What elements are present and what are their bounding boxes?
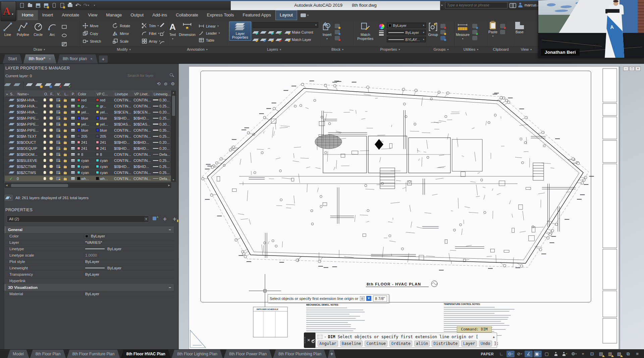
layout-tab-8th-floor-plan[interactable]: 8th Floor Plan: [30, 350, 66, 358]
layer-vp-freeze-icon[interactable]: [56, 159, 60, 162]
ribbon-tab-express-tools[interactable]: Express Tools: [203, 10, 238, 20]
command-option[interactable]: Continue: [365, 341, 387, 347]
property-row[interactable]: Hyperlink: [5, 278, 174, 284]
layer-linetype[interactable]: CONTIN...: [113, 98, 133, 102]
layer-search-input[interactable]: [127, 73, 168, 79]
command-recent-icon[interactable]: [318, 335, 322, 339]
polyline-tool[interactable]: Polyline: [17, 22, 29, 37]
base-view-tool[interactable]: Base: [515, 22, 524, 34]
layer-on-bulb-icon[interactable]: [44, 159, 46, 162]
layer-lineweight[interactable]: 0.25...: [152, 165, 171, 169]
layer-vp-color-swatch[interactable]: [96, 129, 99, 132]
customize-qat-button[interactable]: ▾: [91, 2, 97, 8]
group-tool[interactable]: Group: [428, 22, 438, 37]
layer-vp-color-swatch[interactable]: [96, 171, 99, 174]
layer-name[interactable]: $0$M-HVA...: [16, 104, 43, 108]
command-option[interactable]: Ordinate: [389, 341, 412, 347]
layer-linetype[interactable]: $0$DAS...: [113, 122, 133, 126]
layer-vp-color-swatch[interactable]: [96, 165, 99, 168]
layer-lock-icon[interactable]: [64, 130, 67, 132]
dynamic-input-value[interactable]: 8 7/8": [373, 296, 387, 302]
quick-select-icon[interactable]: [472, 24, 477, 28]
layer-lock-icon[interactable]: [64, 172, 67, 174]
layer-name[interactable]: $0$M-HVA...: [16, 98, 43, 102]
layer-lock-icon[interactable]: [64, 111, 67, 114]
layer-lineweight[interactable]: Defa...: [152, 152, 171, 156]
layer-plot-icon[interactable]: [71, 177, 75, 180]
layout-tab-8th-floor-lighting-plan[interactable]: 8th Floor Lighting Plan: [172, 350, 223, 358]
search-binoculars-icon[interactable]: [509, 3, 516, 7]
layer-lineweight[interactable]: 0.20...: [152, 110, 171, 114]
customization-menu-icon[interactable]: ≡: [633, 351, 641, 357]
layer-lineweight[interactable]: 0.25...: [152, 134, 171, 138]
new-layout-button[interactable]: +: [328, 350, 336, 358]
leader-tool[interactable]: Leader▾: [199, 30, 220, 36]
group-edit-icon[interactable]: [440, 30, 445, 34]
layer-column-header[interactable]: Name ▲: [16, 91, 43, 97]
layer-vp-linetype[interactable]: CONTIN...: [133, 134, 152, 138]
layer-vp-linetype[interactable]: CONTIN...: [133, 177, 152, 181]
table-row[interactable]: $0$SLEEVEcyancyanCONTIN...CONTIN...0.25.…: [5, 158, 171, 164]
annotation-visibility-icon[interactable]: [552, 351, 560, 357]
layer-vp-color-swatch[interactable]: [96, 123, 99, 126]
new-vp-frozen-layer-button[interactable]: [45, 82, 52, 88]
property-value[interactable]: ByLayer: [85, 247, 174, 251]
property-value[interactable]: ByLayer: [85, 272, 174, 276]
file-tab[interactable]: 8th floor plan×: [57, 54, 98, 63]
layer-color-swatch[interactable]: [77, 153, 80, 156]
table-row[interactable]: $0$ROOM...88CONTIN...CONTIN...Defa...: [5, 151, 171, 158]
layer-lineweight[interactable]: Defa...: [152, 177, 171, 181]
refresh-icon[interactable]: ⟲: [157, 81, 161, 86]
layer-vp-color-swatch[interactable]: [96, 117, 99, 120]
property-row[interactable]: TransparencyByLayer: [5, 271, 174, 278]
table-row[interactable]: $0$M-PIPE...yel...yel...$0$DAS...$0$DAS.…: [5, 121, 171, 127]
open-file-button[interactable]: [27, 2, 33, 8]
match-layer-button[interactable]: Match Layer: [285, 38, 311, 42]
erase-tool-icon[interactable]: [159, 22, 165, 29]
property-row[interactable]: LinetypeByLayer: [5, 246, 174, 252]
save-button[interactable]: [35, 2, 41, 8]
object-color-dropdown[interactable]: ByLayer▾: [387, 23, 426, 28]
layer-linetype[interactable]: CONTIN...: [113, 134, 133, 138]
layer-freeze-sun-icon[interactable]: [50, 177, 53, 180]
layer-vp-freeze-icon[interactable]: [56, 117, 60, 120]
layer-name[interactable]: $0$M-TEXT: [16, 134, 43, 138]
ortho-toggle-icon[interactable]: ∟: [497, 351, 505, 357]
ribbon-tab-featured-apps[interactable]: Featured Apps: [238, 10, 275, 20]
ribbon-tab-output[interactable]: Output: [126, 10, 148, 20]
property-row[interactable]: MaterialByLayer: [5, 291, 174, 297]
layer-name[interactable]: $0$ZCTWR: [16, 165, 43, 169]
command-option[interactable]: Baseline: [340, 341, 363, 347]
layer-lineweight[interactable]: 0.30...: [152, 98, 171, 102]
layer-color-swatch[interactable]: [77, 129, 80, 132]
make-current-button[interactable]: Make Current: [285, 30, 313, 34]
layer-freeze-sun-icon[interactable]: [50, 98, 53, 101]
layer-freeze-sun-icon[interactable]: [50, 123, 53, 126]
layer-freeze-sun-icon[interactable]: [50, 165, 53, 168]
user-avatar-icon[interactable]: [518, 3, 523, 7]
layer-plot-icon[interactable]: [71, 111, 75, 114]
layer-name[interactable]: $0$SLEEVE: [16, 159, 43, 163]
lineweight-dropdown[interactable]: BYLAY...▾: [387, 37, 426, 42]
minimize-button[interactable]: -: [623, 66, 629, 71]
layer-freeze-sun-icon[interactable]: [50, 117, 53, 120]
layer-freeze-sun-icon[interactable]: [50, 135, 53, 138]
layer-color-swatch[interactable]: [77, 177, 80, 180]
layer-on-bulb-icon[interactable]: [44, 123, 46, 126]
command-customize-wrench-icon[interactable]: [312, 339, 315, 342]
layer-lineweight[interactable]: 0.25...: [152, 159, 171, 163]
layout-tab-8th-floor-furniture-plan[interactable]: 8th Floor Furniture Plan: [67, 350, 120, 358]
utilities-panel-label[interactable]: Utilities▾: [464, 47, 478, 51]
layer-column-header[interactable]: Lineweig...: [153, 91, 171, 97]
layer-vp-freeze-icon[interactable]: [56, 98, 60, 101]
layer-color-swatch[interactable]: [77, 135, 80, 138]
restore-button[interactable]: □: [629, 66, 635, 71]
property-value[interactable]: ByLayer: [85, 234, 174, 238]
properties-section-header[interactable]: 3D Visualization−: [5, 284, 174, 291]
layer-lineweight[interactable]: 0.25...: [152, 171, 171, 175]
polar-tracking-toggle-icon[interactable]: ⊙▾: [506, 351, 515, 357]
object-snap-tracking-toggle-icon[interactable]: ∠: [525, 351, 533, 357]
layer-vp-linetype[interactable]: $0$HID...: [133, 165, 152, 169]
layer-dropdown[interactable]: ▾: [253, 22, 318, 28]
save-as-button[interactable]: [43, 2, 49, 8]
